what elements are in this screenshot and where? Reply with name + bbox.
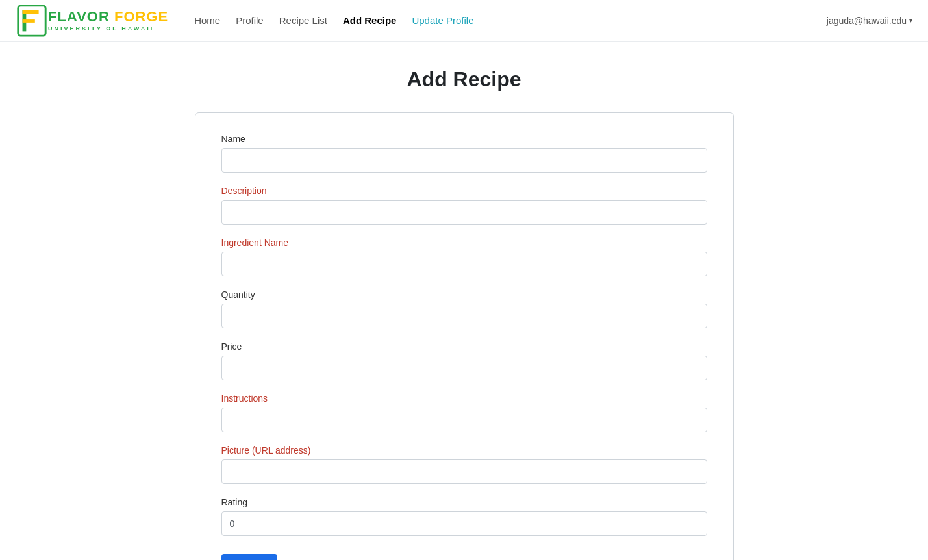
- submit-button[interactable]: Submit: [221, 554, 278, 560]
- picture-label: Picture (URL address): [221, 445, 707, 456]
- description-group: Description: [221, 186, 707, 225]
- ingredient-group: Ingredient Name: [221, 237, 707, 276]
- name-group: Name: [221, 134, 707, 173]
- price-group: Price: [221, 341, 707, 380]
- price-label: Price: [221, 341, 707, 352]
- brand-sub-text: UNIVERSITY OF HAWAII: [48, 25, 168, 32]
- brand-logo-icon: [16, 4, 48, 38]
- quantity-input[interactable]: [221, 304, 707, 328]
- user-email: jaguda@hawaii.edu: [827, 16, 907, 26]
- ingredient-input[interactable]: [221, 252, 707, 276]
- nav-update-profile[interactable]: Update Profile: [412, 15, 473, 26]
- svg-rect-3: [23, 19, 35, 23]
- price-input[interactable]: [221, 356, 707, 380]
- description-label: Description: [221, 186, 707, 196]
- nav-home[interactable]: Home: [194, 15, 220, 26]
- rating-label: Rating: [221, 497, 707, 507]
- instructions-group: Instructions: [221, 393, 707, 432]
- brand-name: FLAVOR FORGE UNIVERSITY OF HAWAII: [48, 10, 168, 32]
- nav-recipe-list[interactable]: Recipe List: [279, 15, 327, 26]
- brand-forge-text: FORGE: [114, 8, 168, 25]
- brand-flavor-text: FLAVOR: [48, 8, 110, 25]
- nav-add-recipe[interactable]: Add Recipe: [343, 15, 397, 26]
- brand-logo-link[interactable]: FLAVOR FORGE UNIVERSITY OF HAWAII: [16, 4, 168, 38]
- page-title: Add Recipe: [88, 67, 841, 91]
- navbar: FLAVOR FORGE UNIVERSITY OF HAWAII Home P…: [0, 0, 928, 42]
- rating-input[interactable]: [221, 511, 707, 536]
- svg-rect-2: [23, 10, 39, 14]
- name-input[interactable]: [221, 148, 707, 173]
- ingredient-label: Ingredient Name: [221, 237, 707, 248]
- quantity-label: Quantity: [221, 289, 707, 300]
- rating-group: Rating: [221, 497, 707, 536]
- nav-profile[interactable]: Profile: [236, 15, 264, 26]
- picture-input[interactable]: [221, 459, 707, 484]
- main-content: Add Recipe Name Description Ingredient N…: [75, 42, 854, 560]
- dropdown-caret-icon: ▾: [909, 17, 912, 24]
- picture-group: Picture (URL address): [221, 445, 707, 484]
- name-label: Name: [221, 134, 707, 144]
- add-recipe-form-card: Name Description Ingredient Name Quantit…: [195, 112, 734, 560]
- instructions-label: Instructions: [221, 393, 707, 404]
- description-input[interactable]: [221, 200, 707, 225]
- instructions-input[interactable]: [221, 408, 707, 432]
- quantity-group: Quantity: [221, 289, 707, 328]
- nav-links: Home Profile Recipe List Add Recipe Upda…: [194, 15, 827, 26]
- user-menu[interactable]: jaguda@hawaii.edu ▾: [827, 16, 912, 26]
